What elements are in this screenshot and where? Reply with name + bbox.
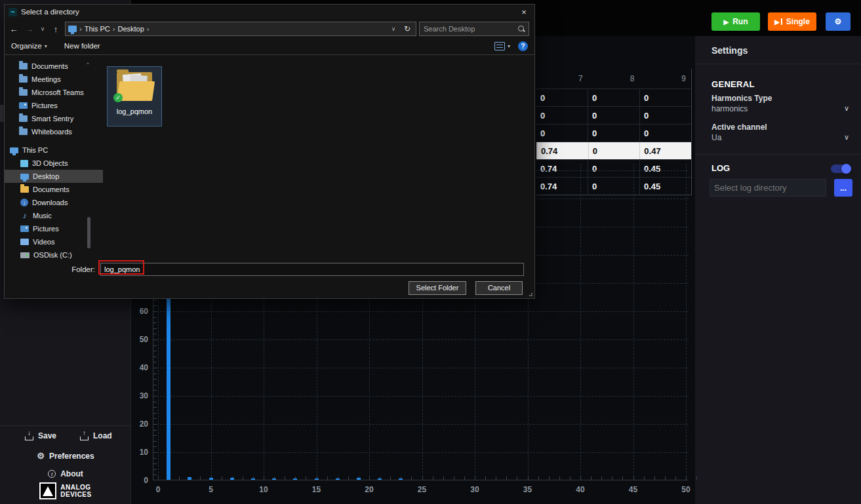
table-cell: 0 — [588, 89, 639, 106]
single-button[interactable]: ▶ Single — [768, 12, 816, 31]
tree-item-pictures-onedrive[interactable]: Pictures — [5, 99, 103, 112]
active-channel-value[interactable]: Ua — [711, 133, 721, 142]
logo-line2: DEVICES — [60, 491, 91, 498]
back-button[interactable]: ← — [7, 24, 20, 34]
chart-bar — [378, 478, 382, 480]
table-cell: 0.47 — [639, 142, 691, 159]
chart-hgridline — [153, 368, 689, 368]
y-minor-tick — [153, 458, 157, 459]
x-minor-tick — [654, 476, 655, 480]
cancel-button[interactable]: Cancel — [475, 281, 523, 295]
tree-scroll-up-icon[interactable]: ^ — [84, 61, 92, 67]
y-minor-tick — [153, 475, 157, 475]
new-folder-button[interactable]: New folder — [64, 42, 100, 50]
select-folder-button[interactable]: Select Folder — [409, 281, 466, 295]
recent-locations-button[interactable]: ∨ — [39, 26, 47, 32]
tree-item-documents-pc[interactable]: Documents — [5, 183, 103, 196]
search-icon — [517, 24, 525, 33]
table-row[interactable]: 000 — [536, 124, 691, 142]
x-minor-tick — [686, 476, 687, 480]
run-button[interactable]: ▶ Run — [711, 12, 760, 31]
logo-line1: ANALOG — [60, 484, 91, 491]
log-toggle[interactable] — [831, 165, 851, 173]
chart-bar — [230, 478, 234, 480]
y-minor-tick — [153, 407, 157, 408]
organize-button[interactable]: Organize ▾ — [11, 42, 47, 50]
change-view-button[interactable]: ▾ — [494, 42, 510, 50]
y-minor-tick — [153, 339, 157, 340]
browse-log-directory-button[interactable]: ... — [834, 179, 852, 197]
about-button[interactable]: i About — [0, 469, 131, 478]
close-icon[interactable]: × — [513, 5, 534, 19]
chart-bar — [251, 478, 255, 480]
settings-gear-button[interactable]: ⚙ — [826, 12, 851, 31]
refresh-icon[interactable]: ↻ — [401, 24, 413, 33]
folder-name-input[interactable] — [100, 263, 524, 276]
tree-item-label: Pictures — [31, 102, 58, 109]
preferences-button[interactable]: ⚙ Preferences — [0, 451, 131, 461]
tree-item-meetings[interactable]: Meetings — [5, 73, 103, 86]
search-input[interactable] — [420, 25, 517, 33]
table-cell: 0 — [639, 89, 691, 106]
folder-icon — [19, 128, 28, 135]
settings-divider — [695, 64, 861, 64]
x-tick-label: 5 — [209, 485, 213, 494]
log-directory-input[interactable] — [710, 179, 826, 197]
x-minor-tick — [496, 476, 496, 480]
sync-check-icon: ✓ — [113, 93, 123, 102]
chart-hgridline — [153, 452, 689, 453]
help-icon[interactable]: ? — [518, 41, 528, 51]
tree-item-microsoft-teams[interactable]: Microsoft Teams — [5, 86, 103, 99]
file-tile-label: log_pqmon — [108, 107, 161, 115]
y-minor-tick — [153, 469, 157, 470]
breadcrumb-this-pc[interactable]: This PC — [85, 25, 110, 33]
drive-icon — [20, 252, 30, 258]
chevron-down-icon[interactable]: ∨ — [844, 133, 849, 142]
y-minor-tick — [153, 362, 157, 362]
resize-grip[interactable] — [527, 291, 532, 296]
tree-item-osdisk[interactable]: OSDisk (C:) — [5, 248, 103, 262]
run-label: Run — [732, 17, 748, 26]
up-button[interactable]: ↑ — [49, 24, 62, 34]
settings-title: Settings — [711, 45, 748, 56]
x-minor-tick — [570, 476, 571, 480]
forward-button[interactable]: → — [23, 24, 36, 34]
x-minor-tick — [200, 476, 201, 480]
dialog-title-bar[interactable]: ~ Select a directory × — [5, 5, 534, 19]
tree-item-label: Documents — [31, 62, 68, 70]
file-tile-log-pqmon[interactable]: ✓ log_pqmon — [107, 66, 162, 126]
chart-bar — [188, 477, 191, 480]
save-button[interactable]: ↓ Save — [25, 431, 56, 440]
chart-bar — [315, 478, 319, 480]
tree-item-desktop[interactable]: Desktop — [5, 170, 103, 183]
tree-item-downloads[interactable]: ↓Downloads — [5, 196, 103, 209]
table-row-highlighted[interactable]: 0.7400.47 — [536, 142, 691, 159]
x-minor-tick — [422, 476, 423, 480]
tree-item-this-pc[interactable]: This PC — [5, 144, 103, 157]
y-minor-tick — [153, 385, 157, 385]
search-box[interactable] — [419, 22, 529, 36]
y-minor-tick — [153, 300, 157, 301]
chart-bar — [357, 478, 361, 480]
x-minor-tick — [675, 476, 676, 480]
address-dropdown-button[interactable]: ∨ — [388, 26, 399, 32]
tree-scrollbar-thumb[interactable] — [87, 217, 90, 248]
table-cell: 0 — [639, 125, 691, 142]
y-tick-label: 10 — [130, 448, 148, 457]
breadcrumb[interactable]: › This PC › Desktop › ∨ ↻ — [65, 22, 416, 36]
tree-item-smart-sentry[interactable]: Smart Sentry — [5, 112, 103, 125]
tree-item-3d-objects[interactable]: 3D Objects — [5, 157, 103, 170]
x-minor-tick — [559, 476, 560, 480]
about-label: About — [60, 469, 83, 478]
harmonics-type-value[interactable]: harmonics — [711, 104, 748, 113]
folder-icon — [19, 63, 28, 69]
folder-name-row: Folder: — [5, 262, 534, 277]
table-row[interactable]: 000 — [536, 106, 691, 124]
tree-item-whiteboards[interactable]: Whiteboards — [5, 125, 103, 138]
table-row[interactable]: 000 — [536, 88, 691, 106]
breadcrumb-desktop[interactable]: Desktop — [117, 25, 144, 33]
breadcrumb-separator: › — [79, 25, 82, 33]
load-button[interactable]: ↑ Load — [80, 431, 112, 440]
save-icon: ↓ — [25, 432, 33, 440]
chevron-down-icon[interactable]: ∨ — [844, 104, 849, 113]
